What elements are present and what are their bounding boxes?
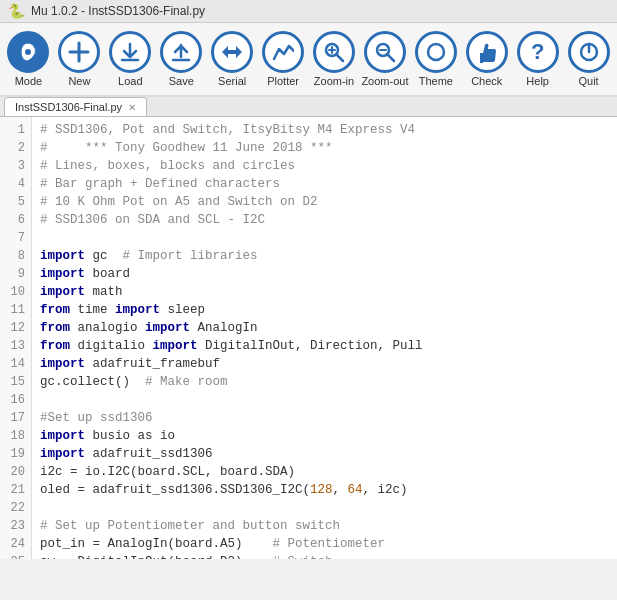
tab-bar: InstSSD1306-Final.py ✕ bbox=[0, 97, 617, 117]
mode-icon bbox=[7, 31, 49, 73]
zoom-out-icon bbox=[364, 31, 406, 73]
zoom-out-button[interactable]: Zoom-out bbox=[360, 29, 409, 89]
plotter-icon bbox=[262, 31, 304, 73]
load-icon bbox=[109, 31, 151, 73]
tab-label: InstSSD1306-Final.py bbox=[15, 101, 122, 113]
title-bar: 🐍 Mu 1.0.2 - InstSSD1306-Final.py bbox=[0, 0, 617, 23]
svg-line-6 bbox=[336, 55, 343, 62]
plotter-label: Plotter bbox=[267, 75, 299, 87]
code-content[interactable]: # SSD1306, Pot and Switch, ItsyBitsy M4 … bbox=[32, 117, 617, 559]
save-button[interactable]: Save bbox=[157, 29, 206, 89]
load-label: Load bbox=[118, 75, 142, 87]
serial-icon bbox=[211, 31, 253, 73]
zoom-in-label: Zoom-in bbox=[314, 75, 354, 87]
window-title: Mu 1.0.2 - InstSSD1306-Final.py bbox=[31, 4, 205, 18]
plotter-button[interactable]: Plotter bbox=[259, 29, 308, 89]
zoom-in-icon bbox=[313, 31, 355, 73]
svg-line-10 bbox=[387, 55, 394, 62]
new-button[interactable]: New bbox=[55, 29, 104, 89]
line-numbers: 1 2 3 4 5 6 7 8 9 10 11 12 13 14 15 16 1… bbox=[0, 117, 32, 559]
tab-close-icon[interactable]: ✕ bbox=[128, 102, 136, 113]
toolbar: ModeNewLoadSaveSerialPlotterZoom-inZoom-… bbox=[0, 23, 617, 97]
check-icon bbox=[466, 31, 508, 73]
zoom-out-label: Zoom-out bbox=[361, 75, 408, 87]
file-tab[interactable]: InstSSD1306-Final.py ✕ bbox=[4, 97, 147, 116]
mode-button[interactable]: Mode bbox=[4, 29, 53, 89]
help-icon: ? bbox=[517, 31, 559, 73]
quit-button[interactable]: Quit bbox=[564, 29, 613, 89]
svg-point-0 bbox=[25, 49, 31, 55]
svg-point-12 bbox=[428, 44, 444, 60]
code-editor[interactable]: 1 2 3 4 5 6 7 8 9 10 11 12 13 14 15 16 1… bbox=[0, 117, 617, 559]
quit-icon bbox=[568, 31, 610, 73]
quit-label: Quit bbox=[579, 75, 599, 87]
theme-button[interactable]: Theme bbox=[411, 29, 460, 89]
load-button[interactable]: Load bbox=[106, 29, 155, 89]
new-label: New bbox=[68, 75, 90, 87]
theme-label: Theme bbox=[419, 75, 453, 87]
save-icon bbox=[160, 31, 202, 73]
serial-label: Serial bbox=[218, 75, 246, 87]
check-label: Check bbox=[471, 75, 502, 87]
save-label: Save bbox=[169, 75, 194, 87]
new-icon bbox=[58, 31, 100, 73]
app-icon: 🐍 bbox=[8, 3, 25, 19]
help-label: Help bbox=[526, 75, 549, 87]
check-button[interactable]: Check bbox=[462, 29, 511, 89]
mode-label: Mode bbox=[15, 75, 43, 87]
theme-icon bbox=[415, 31, 457, 73]
serial-button[interactable]: Serial bbox=[208, 29, 257, 89]
zoom-in-button[interactable]: Zoom-in bbox=[310, 29, 359, 89]
help-button[interactable]: ?Help bbox=[513, 29, 562, 89]
